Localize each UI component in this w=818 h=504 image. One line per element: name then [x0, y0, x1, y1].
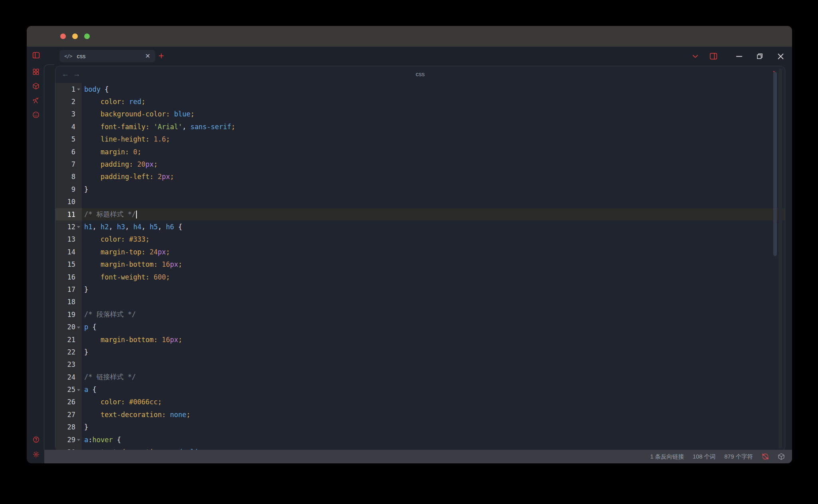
code-text[interactable]: p { [82, 323, 785, 331]
code-line[interactable]: 7 padding: 20px; [55, 158, 785, 170]
gutter-cell: 28 [55, 421, 82, 433]
scrollbar-track[interactable] [778, 69, 782, 449]
traffic-zoom-button[interactable] [84, 33, 90, 39]
traffic-close-button[interactable] [60, 33, 66, 39]
code-line[interactable]: 17} [55, 283, 785, 295]
telescope-icon[interactable] [31, 95, 41, 106]
code-line[interactable]: 27 text-decoration: none; [55, 408, 785, 421]
line-number: 6 [55, 148, 75, 156]
gutter-cell: 17 [55, 283, 82, 295]
fold-arrow-icon[interactable] [77, 439, 80, 441]
gutter-cell: 26 [55, 396, 82, 408]
code-text[interactable]: h1, h2, h3, h4, h5, h6 { [82, 223, 785, 231]
package-cube-icon[interactable] [31, 81, 41, 91]
code-line[interactable]: 10 [55, 196, 785, 208]
code-text[interactable]: color: #333; [82, 235, 785, 243]
code-text[interactable]: text-decoration: none; [82, 411, 785, 419]
line-number: 26 [55, 398, 75, 406]
code-line[interactable]: 16 font-weight: 600; [55, 271, 785, 283]
code-text[interactable]: padding-left: 2px; [82, 173, 785, 181]
code-text[interactable]: margin-top: 24px; [82, 248, 785, 256]
code-text[interactable]: /* 链接样式 */ [82, 372, 785, 382]
line-number: 1 [55, 85, 75, 93]
scrollbar-thumb[interactable] [773, 72, 777, 256]
window-minimize-button[interactable] [733, 50, 745, 62]
code-line[interactable]: 5 line-height: 1.6; [55, 133, 785, 146]
backlink-count[interactable]: 1 条反向链接 [650, 453, 684, 461]
code-line[interactable]: 8 padding-left: 2px; [55, 171, 785, 183]
fold-arrow-icon[interactable] [77, 89, 80, 91]
code-line[interactable]: 25a { [55, 383, 785, 396]
code-text[interactable]: } [82, 285, 785, 293]
code-text[interactable]: color: red; [82, 98, 785, 106]
left-sidebar-toggle-icon[interactable] [31, 50, 41, 60]
line-number: 27 [55, 411, 75, 419]
line-number: 15 [55, 260, 75, 268]
code-line[interactable]: 18 [55, 296, 785, 308]
code-line[interactable]: 9} [55, 183, 785, 195]
code-text[interactable]: a:hover { [82, 436, 785, 444]
code-line[interactable]: 24/* 链接样式 */ [55, 371, 785, 383]
view-header: ← → css [55, 66, 785, 83]
code-text[interactable]: color: #0066cc; [82, 398, 785, 406]
gutter-cell: 11 [55, 208, 82, 220]
tab-close-icon[interactable]: ✕ [145, 53, 150, 59]
line-number: 20 [55, 323, 75, 331]
code-text[interactable]: font-weight: 600; [82, 273, 785, 281]
code-text[interactable]: } [82, 185, 785, 193]
help-icon[interactable] [31, 434, 41, 445]
code-line[interactable]: 2 color: red; [55, 95, 785, 108]
code-line[interactable]: 15 margin-bottom: 16px; [55, 258, 785, 270]
window-restore-button[interactable] [754, 50, 766, 62]
code-text[interactable]: } [82, 423, 785, 431]
code-line[interactable]: 23 [55, 358, 785, 371]
code-line[interactable]: 28} [55, 421, 785, 433]
code-text[interactable]: margin-bottom: 16px; [82, 336, 785, 344]
code-line[interactable]: 12h1, h2, h3, h4, h5, h6 { [55, 220, 785, 233]
code-line[interactable]: 21 margin-bottom: 16px; [55, 333, 785, 346]
code-line[interactable]: 13 color: #333; [55, 233, 785, 246]
code-text[interactable]: body { [82, 85, 785, 93]
window-close-button[interactable] [775, 50, 786, 62]
code-line[interactable]: 14 margin-top: 24px; [55, 246, 785, 258]
code-text[interactable]: /* 段落样式 */ [82, 310, 785, 319]
code-line[interactable]: 1body { [55, 83, 785, 95]
tab-css[interactable]: </> css ✕ [59, 50, 155, 62]
titlebar[interactable] [27, 26, 792, 47]
code-line[interactable]: 3 background-color: blue; [55, 108, 785, 120]
code-text[interactable]: background-color: blue; [82, 110, 785, 118]
code-text[interactable]: a { [82, 386, 785, 394]
code-text[interactable]: font-family: 'Arial', sans-serif; [82, 123, 785, 131]
sync-off-icon[interactable] [762, 453, 769, 460]
line-number: 13 [55, 235, 75, 243]
fold-arrow-icon[interactable] [77, 389, 80, 391]
code-text[interactable]: line-height: 1.6; [82, 135, 785, 143]
fold-arrow-icon[interactable] [77, 226, 80, 228]
gutter-cell: 2 [55, 95, 82, 108]
code-text[interactable]: padding: 20px; [82, 160, 785, 168]
code-line[interactable]: 19/* 段落样式 */ [55, 308, 785, 321]
tab-list-chevron-icon[interactable] [689, 50, 701, 62]
gutter-cell: 29 [55, 433, 82, 446]
code-text[interactable]: margin-bottom: 16px; [82, 260, 785, 268]
right-sidebar-toggle-icon[interactable] [707, 50, 719, 62]
traffic-minimize-button[interactable] [72, 33, 78, 39]
gutter-cell: 3 [55, 108, 82, 120]
code-line[interactable]: 11/* 标题样式 */ [55, 208, 785, 220]
code-text[interactable]: margin: 0; [82, 148, 785, 156]
code-line[interactable]: 22} [55, 346, 785, 358]
package-cube-icon[interactable] [778, 453, 785, 460]
code-line[interactable]: 4 font-family: 'Arial', sans-serif; [55, 120, 785, 133]
code-text[interactable]: } [82, 348, 785, 356]
new-tab-button[interactable]: + [158, 51, 164, 61]
fold-arrow-icon[interactable] [77, 327, 80, 329]
code-line[interactable]: 20p { [55, 321, 785, 333]
layout-grid-icon[interactable] [31, 67, 41, 77]
code-line[interactable]: 29a:hover { [55, 433, 785, 446]
code-text[interactable]: /* 标题样式 */ [82, 210, 785, 219]
code-line[interactable]: 26 color: #0066cc; [55, 396, 785, 408]
smiley-icon[interactable] [31, 110, 41, 120]
settings-gear-icon[interactable] [31, 449, 41, 459]
code-lines[interactable]: 1body {2 color: red;3 background-color: … [55, 83, 785, 451]
code-line[interactable]: 6 margin: 0; [55, 146, 785, 158]
